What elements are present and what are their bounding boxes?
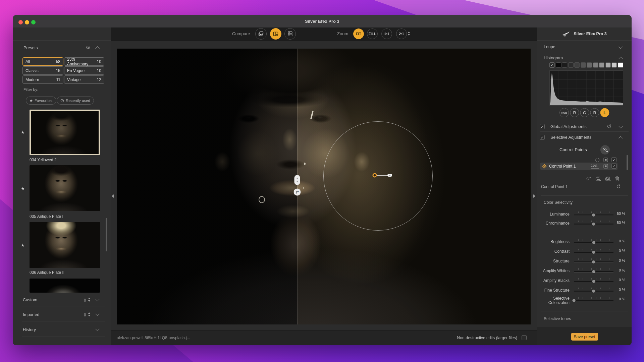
loupe-section-header[interactable]: Loupe bbox=[544, 45, 555, 49]
duplicate-control-point-icon[interactable] bbox=[586, 176, 591, 181]
favourite-star-icon[interactable]: ★ bbox=[21, 186, 25, 191]
preset-thumbnail-antique-plate-2[interactable] bbox=[30, 222, 100, 268]
delete-control-point-icon[interactable] bbox=[615, 176, 620, 181]
chevron-down-icon[interactable] bbox=[95, 297, 100, 301]
reset-icon[interactable] bbox=[616, 184, 621, 189]
chevron-down-icon[interactable] bbox=[95, 327, 100, 331]
zoom-fill-button[interactable]: FILL bbox=[367, 28, 378, 39]
save-preset-button[interactable]: Save preset bbox=[571, 333, 598, 341]
selective-adjustments-checkbox[interactable]: ✓ bbox=[540, 135, 545, 140]
preset-filter-vintage[interactable]: Vintage12 bbox=[64, 75, 104, 84]
collapse-left-panel-arrow-icon[interactable] bbox=[112, 194, 114, 198]
control-point-handle[interactable] bbox=[373, 173, 377, 178]
histogram-section-header[interactable]: Histogram bbox=[544, 56, 563, 60]
history-section-header[interactable]: History bbox=[23, 327, 36, 332]
mask-preview-icon[interactable] bbox=[603, 164, 608, 169]
zone-swatch[interactable] bbox=[618, 62, 623, 68]
presets-section-header[interactable]: Presets bbox=[23, 46, 38, 50]
preset-filter-en-vogue[interactable]: En Vogue10 bbox=[64, 66, 104, 75]
slider-thumb[interactable] bbox=[592, 289, 596, 293]
slider-thumb[interactable] bbox=[592, 280, 596, 283]
channel-l-button[interactable]: L bbox=[600, 108, 609, 117]
zone-swatch[interactable] bbox=[605, 62, 611, 68]
zone-swatch[interactable] bbox=[593, 62, 598, 68]
fine-structure-slider[interactable] bbox=[574, 288, 613, 294]
custom-section-header[interactable]: Custom bbox=[23, 298, 37, 302]
channel-g-button[interactable]: G bbox=[580, 108, 589, 117]
slider-thumb[interactable] bbox=[592, 270, 596, 274]
amplify-whites-slider[interactable] bbox=[574, 268, 613, 274]
stepper-icon[interactable] bbox=[88, 298, 91, 302]
slider-thumb[interactable] bbox=[592, 222, 596, 226]
favourite-star-icon[interactable]: ★ bbox=[21, 130, 25, 135]
global-adjustments-checkbox[interactable]: ✓ bbox=[540, 124, 545, 129]
slider-thumb[interactable] bbox=[592, 213, 596, 217]
group-control-points-icon[interactable] bbox=[595, 176, 601, 181]
collapse-right-panel-arrow-icon[interactable] bbox=[533, 194, 535, 198]
zone-swatch[interactable] bbox=[611, 62, 617, 68]
all-control-points-checkbox[interactable]: ✓ bbox=[611, 157, 616, 162]
imported-section-header[interactable]: Imported bbox=[23, 312, 39, 317]
preset-thumbnail-yellowed-2[interactable] bbox=[30, 110, 100, 155]
preset-filter-classic[interactable]: Classic15 bbox=[22, 66, 63, 75]
zone-swatch[interactable] bbox=[599, 62, 604, 68]
channel-rgb-button[interactable]: RGB bbox=[559, 108, 569, 117]
panel-scrollbar[interactable] bbox=[627, 155, 628, 170]
zone-swatch[interactable] bbox=[574, 62, 580, 68]
zone-swatch[interactable] bbox=[568, 62, 574, 68]
brightness-slider[interactable] bbox=[574, 239, 613, 245]
structure-slider[interactable] bbox=[574, 258, 613, 264]
presets-scrollbar[interactable] bbox=[106, 218, 107, 251]
chevron-up-icon[interactable] bbox=[95, 46, 100, 51]
stepper-icon[interactable] bbox=[88, 312, 91, 316]
selection-circle-icon[interactable] bbox=[595, 158, 600, 162]
recently-used-filter-pill[interactable]: Recently used bbox=[57, 97, 94, 105]
zone-swatch[interactable] bbox=[581, 62, 586, 68]
chevron-down-icon[interactable] bbox=[619, 124, 623, 128]
selective-colorization-slider[interactable] bbox=[574, 297, 613, 303]
zoom-1-1-button[interactable]: 1:1 bbox=[381, 28, 392, 39]
split-drag-handle[interactable] bbox=[294, 175, 300, 185]
control-point-size-handle[interactable] bbox=[387, 174, 392, 177]
selective-adjustments-header[interactable]: Selective Adjustments bbox=[550, 135, 591, 140]
reset-icon[interactable] bbox=[607, 124, 611, 129]
zone-swatch[interactable] bbox=[556, 62, 561, 68]
preset-thumbnail-antique-plate-1[interactable] bbox=[30, 165, 100, 211]
zones-checkbox[interactable]: ✓ bbox=[549, 62, 555, 68]
preset-filter-modern[interactable]: Modern11 bbox=[22, 75, 63, 84]
control-point-radius-circle[interactable] bbox=[323, 121, 433, 231]
add-control-point-button[interactable] bbox=[600, 145, 610, 155]
nondestructive-checkbox[interactable] bbox=[522, 335, 527, 340]
slider-thumb[interactable] bbox=[592, 241, 596, 244]
slider-thumb[interactable] bbox=[592, 250, 596, 254]
compare-browse-button[interactable] bbox=[255, 28, 267, 40]
preset-filter-all[interactable]: All58 bbox=[22, 57, 63, 66]
channel-b-button[interactable]: B bbox=[590, 108, 599, 117]
zoom-stepper-icon[interactable] bbox=[408, 32, 410, 36]
luminance-slider[interactable] bbox=[574, 212, 613, 218]
zoom-fit-button[interactable]: FIT bbox=[353, 28, 364, 39]
image-viewport[interactable]: ⇄ bbox=[117, 49, 531, 324]
zone-swatch[interactable] bbox=[562, 62, 567, 68]
swap-sides-button[interactable]: ⇄ bbox=[294, 189, 301, 196]
preset-thumbnail-partial[interactable] bbox=[30, 279, 100, 293]
ungroup-control-points-icon[interactable] bbox=[605, 176, 611, 181]
channel-r-button[interactable]: R bbox=[570, 108, 579, 117]
amplify-blacks-slider[interactable] bbox=[574, 278, 613, 284]
compare-top-bottom-button[interactable] bbox=[284, 28, 296, 40]
slider-thumb[interactable] bbox=[572, 299, 576, 302]
chevron-down-icon[interactable] bbox=[619, 45, 623, 49]
contrast-slider[interactable] bbox=[574, 249, 613, 255]
chevron-up-icon[interactable] bbox=[619, 57, 623, 61]
chevron-down-icon[interactable] bbox=[95, 312, 100, 316]
chevron-up-icon[interactable] bbox=[619, 136, 623, 140]
compare-split-button[interactable] bbox=[270, 28, 281, 40]
favourite-star-icon[interactable]: ★ bbox=[21, 243, 25, 248]
chrominance-slider[interactable] bbox=[574, 221, 613, 227]
global-adjustments-header[interactable]: Global Adjustments bbox=[550, 124, 587, 129]
preset-filter-25th-anniversary[interactable]: 25th Anniversary10 bbox=[64, 57, 104, 66]
slider-thumb[interactable] bbox=[592, 260, 596, 264]
mask-preview-icon[interactable] bbox=[603, 158, 608, 162]
zoom-2-1-button[interactable]: 2:1 bbox=[396, 28, 407, 39]
control-point-checkbox[interactable]: ✓ bbox=[611, 164, 616, 169]
